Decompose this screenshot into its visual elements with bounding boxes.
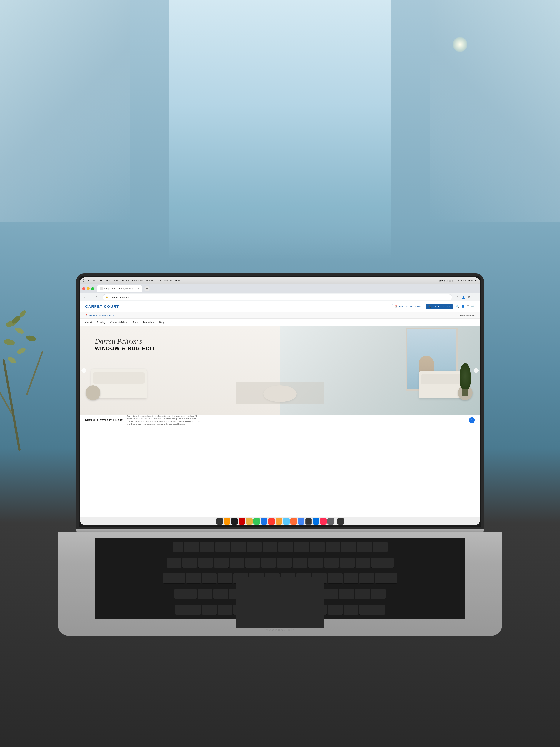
key-delete[interactable] bbox=[373, 542, 388, 552]
reload-button[interactable]: ↻ bbox=[95, 294, 100, 300]
key-f1[interactable] bbox=[184, 542, 199, 552]
nav-rugs[interactable]: Rugs bbox=[132, 321, 138, 324]
dock-system-prefs[interactable] bbox=[231, 518, 238, 525]
apple-menu-icon[interactable]:  bbox=[83, 279, 84, 283]
menu-bookmarks[interactable]: Bookmarks bbox=[132, 279, 143, 282]
new-tab-button[interactable]: + bbox=[144, 286, 150, 291]
cart-icon[interactable]: 🛒 bbox=[471, 305, 475, 308]
dock-maps[interactable] bbox=[275, 518, 282, 525]
dock-app-orange[interactable] bbox=[246, 518, 252, 525]
dock-app-gray[interactable] bbox=[327, 518, 334, 525]
key-8[interactable] bbox=[293, 558, 308, 568]
key-q[interactable] bbox=[186, 573, 201, 584]
minimize-button[interactable] bbox=[87, 287, 90, 290]
consultation-button[interactable]: 📅 Book a free consultation bbox=[392, 304, 423, 309]
wishlist-icon[interactable]: ♡ bbox=[467, 305, 469, 308]
key-f9[interactable] bbox=[310, 542, 325, 552]
dock-photos[interactable] bbox=[283, 518, 290, 525]
key-z[interactable] bbox=[202, 604, 217, 615]
menu-window[interactable]: Window bbox=[164, 279, 172, 282]
key-f10[interactable] bbox=[325, 542, 340, 552]
key-lbracket[interactable] bbox=[344, 573, 358, 584]
key-f12[interactable] bbox=[357, 542, 372, 552]
nav-curtains-blinds[interactable]: Curtains & Blinds bbox=[110, 321, 127, 324]
account-icon[interactable]: 👤 bbox=[461, 305, 465, 308]
key-capslock[interactable] bbox=[175, 589, 197, 599]
store-selector[interactable]: 📍 St Leonards Carpet Court ▾ bbox=[85, 314, 114, 316]
key-p[interactable] bbox=[328, 573, 343, 584]
forward-button[interactable]: › bbox=[88, 294, 94, 300]
key-backspace[interactable] bbox=[371, 558, 394, 568]
dock-music[interactable] bbox=[290, 518, 297, 525]
key-e[interactable] bbox=[218, 573, 233, 584]
menu-chrome[interactable]: Chrome bbox=[88, 279, 96, 282]
key-2[interactable] bbox=[198, 558, 213, 568]
key-7[interactable] bbox=[277, 558, 292, 568]
key-f11[interactable] bbox=[341, 542, 356, 552]
share-button[interactable]: ⤴ bbox=[469, 417, 475, 423]
profile-icon[interactable]: 👤 bbox=[461, 294, 466, 300]
extensions-icon[interactable]: ⊞ bbox=[467, 294, 472, 300]
dock-podcasts[interactable] bbox=[320, 518, 327, 525]
key-rbracket[interactable] bbox=[359, 573, 374, 584]
dock-launchpad[interactable] bbox=[224, 518, 230, 525]
key-f7[interactable] bbox=[278, 542, 293, 552]
key-x[interactable] bbox=[218, 604, 233, 615]
key-9[interactable] bbox=[308, 558, 323, 568]
dock-terminal[interactable] bbox=[305, 518, 312, 525]
key-slash[interactable] bbox=[344, 604, 358, 615]
dock-messages[interactable] bbox=[254, 518, 260, 525]
key-f3[interactable] bbox=[215, 542, 230, 552]
bookmark-icon[interactable]: ☆ bbox=[455, 294, 460, 300]
key-s[interactable] bbox=[213, 589, 228, 599]
key-1[interactable] bbox=[182, 558, 197, 568]
key-w[interactable] bbox=[202, 573, 217, 584]
key-f5[interactable] bbox=[247, 542, 262, 552]
key-4[interactable] bbox=[230, 558, 244, 568]
key-quote[interactable] bbox=[355, 589, 370, 599]
trackpad[interactable] bbox=[236, 576, 324, 628]
menu-edit[interactable]: Edit bbox=[106, 279, 110, 282]
menu-profiles[interactable]: Profiles bbox=[146, 279, 154, 282]
key-tab[interactable] bbox=[163, 573, 185, 584]
nav-carpet[interactable]: Carpet bbox=[85, 321, 92, 324]
nav-blog[interactable]: Blog bbox=[159, 321, 164, 324]
phone-button[interactable]: 📞 Call 1300 CARPET bbox=[426, 304, 453, 309]
menu-history[interactable]: History bbox=[122, 279, 129, 282]
key-period[interactable] bbox=[328, 604, 343, 615]
fullscreen-button[interactable] bbox=[91, 287, 94, 290]
key-6[interactable] bbox=[261, 558, 276, 568]
search-icon[interactable]: 🔍 bbox=[456, 305, 459, 308]
key-f2[interactable] bbox=[199, 542, 214, 552]
key-f8[interactable] bbox=[294, 542, 309, 552]
dock-chrome[interactable] bbox=[298, 518, 304, 525]
dock-mail[interactable] bbox=[268, 518, 275, 525]
key-equals[interactable] bbox=[355, 558, 370, 568]
key-f6[interactable] bbox=[263, 542, 277, 552]
key-semicolon[interactable] bbox=[339, 589, 354, 599]
key-minus[interactable] bbox=[340, 558, 355, 568]
key-return[interactable] bbox=[375, 573, 397, 584]
key-backslash[interactable] bbox=[371, 589, 385, 599]
key-l[interactable] bbox=[323, 589, 338, 599]
menu-help[interactable]: Help bbox=[176, 279, 180, 282]
dock-safari[interactable] bbox=[261, 518, 267, 525]
key-backtick[interactable] bbox=[167, 558, 182, 568]
key-esc[interactable] bbox=[172, 542, 183, 552]
key-3[interactable] bbox=[214, 558, 229, 568]
key-a[interactable] bbox=[197, 589, 212, 599]
dock-app-red[interactable] bbox=[239, 518, 245, 525]
menu-tab[interactable]: Tab bbox=[157, 279, 161, 282]
room-visualizer-btn[interactable]: □ Room Visualiser bbox=[458, 314, 475, 316]
key-shift-right[interactable] bbox=[359, 604, 385, 615]
hero-next-arrow[interactable]: › bbox=[474, 368, 479, 373]
close-button[interactable] bbox=[82, 287, 85, 290]
back-button[interactable]: ‹ bbox=[82, 294, 87, 300]
key-5[interactable] bbox=[245, 558, 260, 568]
dock-trash[interactable] bbox=[337, 518, 344, 525]
menu-file[interactable]: File bbox=[100, 279, 103, 282]
dock-finder[interactable] bbox=[216, 518, 223, 525]
key-f4[interactable] bbox=[231, 542, 246, 552]
tab-close-icon[interactable]: ✕ bbox=[137, 287, 140, 290]
nav-flooring[interactable]: Flooring bbox=[97, 321, 105, 324]
